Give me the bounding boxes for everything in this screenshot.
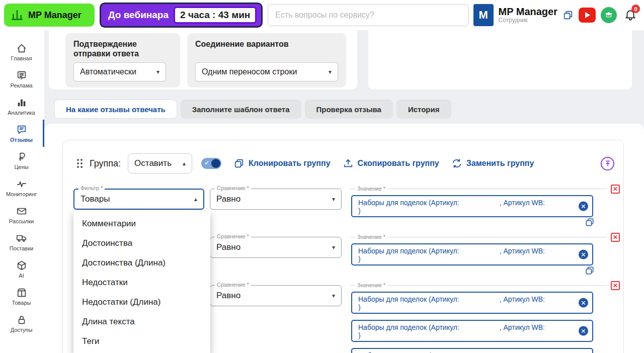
toggle-knob — [211, 159, 220, 168]
value-field-label: Значение * — [355, 234, 387, 240]
chip-remove-icon[interactable]: ✕ — [579, 326, 588, 336]
copy-group-button[interactable]: Скопировать группу — [343, 158, 439, 169]
clone-group-button[interactable]: Клонировать группу — [233, 158, 331, 169]
comparison-select[interactable]: Равно ▾ — [210, 189, 342, 210]
chevron-down-icon: ▾ — [156, 68, 159, 75]
sidebar-item-home[interactable]: Главная — [0, 38, 44, 65]
secondary-panel — [368, 30, 632, 90]
copy-account-icon[interactable] — [562, 10, 574, 21]
tab-review-check[interactable]: Проверка отзыва — [305, 100, 393, 119]
app-logo-button[interactable]: MP Manager — [4, 4, 95, 27]
drag-handle[interactable] — [77, 159, 83, 168]
filter-field-label: Фильтр * — [78, 185, 105, 191]
action-label: Заменить группу — [466, 159, 534, 168]
menu-option-comments[interactable]: Комментарии — [73, 214, 210, 233]
chevron-down-icon: ▾ — [332, 244, 335, 251]
confirm-send-select[interactable]: Автоматически ▾ — [73, 62, 166, 81]
menu-option-tags[interactable]: Теги — [73, 331, 210, 351]
delete-row-button[interactable]: ✕ — [611, 185, 620, 194]
chip-text: ) — [358, 331, 361, 339]
sidebar-item-ads[interactable]: Реклама — [0, 65, 44, 93]
replace-group-button[interactable]: Заменить группу — [451, 158, 534, 169]
comparison-select[interactable]: Равно ▾ — [210, 285, 342, 306]
ruble-icon — [16, 151, 27, 162]
sidebar-item-label: Мониторинг — [6, 191, 37, 197]
sidebar-item-analytics[interactable]: Аналитика — [0, 93, 44, 120]
tab-history[interactable]: История — [396, 100, 451, 119]
home-icon — [16, 43, 27, 54]
value-group: Значение * Наборы для поделок (Артикул: … — [350, 237, 607, 285]
main-content: Подтверждение отправки ответа Автоматиче… — [44, 30, 644, 353]
sidebar-item-reviews[interactable]: Отзывы — [0, 120, 44, 147]
chip-blank — [459, 323, 500, 331]
value-group: Значение * Наборы для поделок (Артикул: … — [350, 189, 607, 237]
value-chip: Наборы для поделок (Артикул: , Артикул W… — [351, 243, 593, 266]
avatar[interactable]: M — [473, 4, 494, 26]
chip-remove-icon[interactable]: ✕ — [579, 250, 588, 259]
group-label: Группа: — [90, 158, 121, 169]
menu-option-cons-length[interactable]: Недостатки (Длина) — [73, 292, 210, 312]
scroll-to-top-button[interactable] — [601, 157, 614, 170]
chip-text: Наборы для поделок (Артикул: — [358, 199, 459, 207]
tab-answer-template[interactable]: Заполните шаблон ответа — [181, 100, 301, 119]
reviews-icon — [16, 124, 27, 135]
chip-remove-icon[interactable]: ✕ — [579, 298, 588, 308]
delete-row-button[interactable]: ✕ — [611, 281, 620, 290]
tab-which-reviews[interactable]: На какие отзывы отвечать — [54, 100, 177, 119]
select-value: Товары — [80, 194, 110, 204]
comparison-select[interactable]: Равно ▾ — [210, 237, 342, 258]
action-label: Скопировать группу — [358, 159, 439, 168]
menu-option-pros-length[interactable]: Достоинства (Длина) — [73, 253, 210, 273]
select-value: Оставить — [134, 158, 172, 168]
youtube-icon[interactable] — [579, 8, 596, 23]
filter-select[interactable]: Товары ▴ — [73, 189, 204, 210]
notifications-badge: 0 — [631, 5, 640, 13]
chip-blank — [459, 199, 500, 207]
chip-text: Наборы для поделок (Артикул: — [358, 323, 459, 331]
menu-option-text-length[interactable]: Длина текста — [73, 312, 210, 331]
group-action-select[interactable]: Оставить ▴ — [128, 153, 192, 173]
webinar-countdown-button[interactable]: До вебинара 2 часа : 43 мин — [100, 3, 263, 28]
sidebar-item-label: Отзывы — [10, 137, 33, 143]
sidebar-item-label: Главная — [11, 55, 32, 61]
action-label: Клонировать группу — [249, 159, 331, 168]
mailing-icon — [16, 206, 27, 217]
user-name: MP Manager — [499, 7, 557, 18]
sidebar-item-label: Рассылки — [9, 218, 34, 224]
chevron-down-icon: ▾ — [329, 68, 332, 75]
sidebar-item-supplies[interactable]: Поставки — [0, 228, 44, 255]
truck-icon — [16, 233, 27, 244]
sidebar-item-access[interactable]: Доступы — [0, 310, 44, 337]
copy-values-icon[interactable] — [585, 217, 595, 227]
ads-icon — [16, 70, 27, 81]
notifications-bell[interactable]: 0 — [624, 9, 637, 22]
service-search-input[interactable] — [268, 4, 469, 26]
top-header: MP Manager До вебинара 2 часа : 43 мин M… — [0, 0, 644, 30]
select-value: Одним переносом строки — [202, 67, 297, 76]
app-logo-text: MP Manager — [28, 10, 82, 21]
chip-remove-icon[interactable]: ✕ — [579, 202, 588, 211]
education-icon[interactable] — [601, 7, 617, 23]
filter-options-menu: Комментарии Достоинства Достоинства (Дли… — [73, 211, 210, 353]
section-tabs: На какие отзывы отвечать Заполните шабло… — [54, 100, 451, 119]
sidebar-item-label: Реклама — [10, 82, 32, 89]
menu-option-cons[interactable]: Недостатки — [73, 273, 210, 292]
webinar-timer: 2 часа : 43 мин — [174, 7, 257, 24]
join-variants-select[interactable]: Одним переносом строки ▾ — [195, 62, 338, 81]
value-field-label: Значение * — [355, 186, 387, 192]
chip-text: Наборы для поделок (Артикул: — [358, 247, 459, 255]
sidebar-item-prices[interactable]: Цены — [0, 147, 44, 174]
sidebar-item-products[interactable]: Товары — [0, 283, 44, 310]
delete-row-button[interactable]: ✕ — [611, 233, 620, 242]
group-enabled-toggle[interactable]: ✓ — [201, 158, 221, 169]
comparison-field-label: Сравнение * — [215, 233, 251, 239]
copy-values-icon[interactable] — [585, 266, 595, 276]
sidebar-item-ai[interactable]: AI — [0, 255, 44, 283]
sidebar-item-label: AI — [19, 273, 24, 279]
comparison-field: Сравнение * Равно ▾ — [210, 189, 342, 210]
sidebar-item-mailing[interactable]: Рассылки — [0, 201, 44, 228]
menu-option-pros[interactable]: Достоинства — [73, 233, 210, 253]
sidebar-item-label: Поставки — [10, 245, 33, 251]
chip-text: , Артикул WB: — [500, 295, 545, 303]
sidebar-item-monitoring[interactable]: Мониторинг — [0, 174, 44, 201]
